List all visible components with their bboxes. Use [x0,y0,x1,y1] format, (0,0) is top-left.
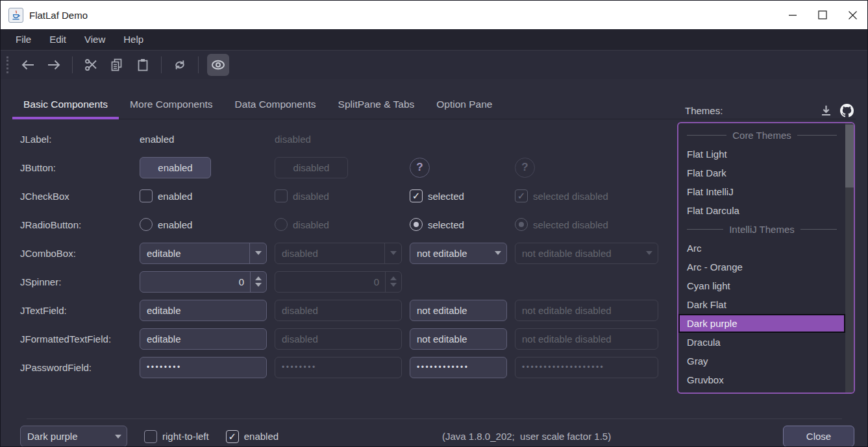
checkbox-icon[interactable] [144,430,157,443]
theme-item[interactable]: Flat Light [678,145,854,163]
close-button[interactable]: Close [783,426,854,447]
theme-item[interactable]: Dracula [678,333,854,352]
theme-item[interactable]: Gruvbox [678,370,854,389]
bottom-bar: Dark purple right-to-left ✓ enabled (Jav… [1,419,867,447]
checkbox-checked-icon[interactable]: ✓ [226,430,239,443]
jtextfield-row-label: JTextField: [20,305,132,316]
theme-item[interactable]: Flat Darcula [678,201,854,220]
tab-basic-components[interactable]: Basic Components [12,90,119,119]
themes-scrollbar[interactable] [845,123,854,393]
theme-item[interactable]: Arc - Orange [678,258,854,276]
forward-icon[interactable] [44,55,64,75]
chevron-down-icon[interactable] [110,426,127,446]
help-button[interactable]: ? [410,158,430,178]
jlabel-disabled: disabled [275,134,402,145]
minimize-button[interactable] [778,1,808,29]
checkbox-disabled: disabled [275,189,402,202]
chevron-down-icon[interactable] [490,243,506,263]
tab-more-components[interactable]: More Components [119,90,224,119]
toolbar-grip[interactable] [6,56,8,73]
jlabel-row-label: JLabel: [20,134,132,145]
cut-icon[interactable] [81,55,101,75]
jcheckbox-row-label: JCheckBox [20,191,132,202]
checkbox-enabled[interactable]: enabled [140,189,267,202]
radio-selected[interactable]: selected [410,218,507,231]
spinner-enabled[interactable]: 0 [140,271,267,293]
jformattedtextfield-row-label: JFormattedTextField: [20,333,132,344]
scrollbar-thumb[interactable] [845,125,854,187]
chevron-down-icon [641,243,658,263]
toolbar-separator [198,56,199,73]
jbutton-enabled-button[interactable]: enabled [140,157,211,178]
titlebar: FlatLaf Demo [1,1,867,29]
java-app-icon [8,8,23,23]
password-field-editable[interactable]: •••••••• [140,357,267,378]
radio-icon[interactable] [140,218,153,231]
radio-icon [275,218,288,231]
content-area: Basic Components More Components Data Co… [1,90,867,447]
menu-help[interactable]: Help [114,29,153,50]
back-icon[interactable] [18,55,38,75]
eye-icon[interactable] [207,54,229,76]
formatted-textfield-editable[interactable]: editable [140,328,267,350]
spinner-disabled: 0 [275,271,402,293]
paste-icon[interactable] [133,55,153,75]
jbutton-row-label: JButton: [20,162,132,173]
theme-item[interactable]: Dark Flat [678,295,854,314]
textfield-editable[interactable]: editable [140,300,267,321]
github-icon[interactable] [840,104,854,117]
laf-combobox[interactable]: Dark purple [20,426,127,447]
radio-selected-icon[interactable] [410,218,423,231]
jbutton-disabled-button: disabled [275,157,348,178]
refresh-icon[interactable] [170,55,190,75]
combobox-not-editable[interactable]: not editable [410,243,507,264]
checkbox-selected[interactable]: ✓ selected [410,189,507,202]
combobox-disabled: disabled [275,243,402,264]
checkbox-checked-icon[interactable]: ✓ [410,189,423,202]
tab-option-pane[interactable]: Option Pane [425,90,503,119]
password-field-not-editable[interactable]: •••••••••••• [410,357,507,378]
download-icon[interactable] [820,104,832,117]
theme-item[interactable]: Flat Dark [678,163,854,182]
tab-splitpane-tabs[interactable]: SplitPane & Tabs [327,90,426,119]
themes-panel: Themes: Core Themes Flat Light Flat Dark… [677,104,855,394]
theme-group-separator: IntelliJ Themes [678,220,854,239]
chevron-down-icon [384,243,401,263]
menu-edit[interactable]: Edit [40,29,75,50]
formatted-textfield-disabled: disabled [275,328,402,350]
checkbox-icon [275,189,288,202]
formatted-textfield-not-editable-disabled: not editable disabled [515,328,658,350]
enabled-checkbox[interactable]: ✓ enabled [226,430,279,443]
menu-file[interactable]: File [6,29,40,50]
maximize-button[interactable] [808,1,837,29]
textfield-not-editable-disabled: not editable disabled [515,300,658,321]
theme-item[interactable]: Cyan light [678,276,854,295]
tab-data-components[interactable]: Data Components [224,90,327,119]
theme-item[interactable]: Arc [678,239,854,258]
copy-icon[interactable] [107,55,127,75]
theme-item-selected[interactable]: Dark purple [678,314,845,333]
checkbox-checked-icon: ✓ [515,189,528,202]
textfield-not-editable[interactable]: not editable [410,300,507,321]
checkbox-selected-disabled: ✓ selected disabled [515,189,658,202]
menu-view[interactable]: View [75,29,114,50]
spinner-arrows [385,272,401,292]
jpasswordfield-row-label: JPasswordField: [20,362,132,373]
toolbar-separator [72,56,73,73]
theme-group-separator: Core Themes [678,126,854,145]
radio-enabled[interactable]: enabled [140,218,267,231]
radio-selected-disabled: selected disabled [515,218,658,231]
close-window-button[interactable] [837,1,867,29]
chevron-down-icon[interactable] [249,243,266,263]
themes-label: Themes: [685,105,723,116]
formatted-textfield-not-editable[interactable]: not editable [410,328,507,350]
window-title: FlatLaf Demo [29,10,88,21]
checkbox-icon[interactable] [140,189,153,202]
combobox-editable[interactable]: editable [140,243,267,264]
theme-item[interactable]: Flat IntelliJ [678,182,854,201]
themes-list[interactable]: Core Themes Flat Light Flat Dark Flat In… [677,122,855,394]
jlabel-enabled: enabled [140,134,267,145]
spinner-arrows[interactable] [250,272,266,292]
right-to-left-checkbox[interactable]: right-to-left [144,430,209,443]
theme-item[interactable]: Gray [678,352,854,370]
